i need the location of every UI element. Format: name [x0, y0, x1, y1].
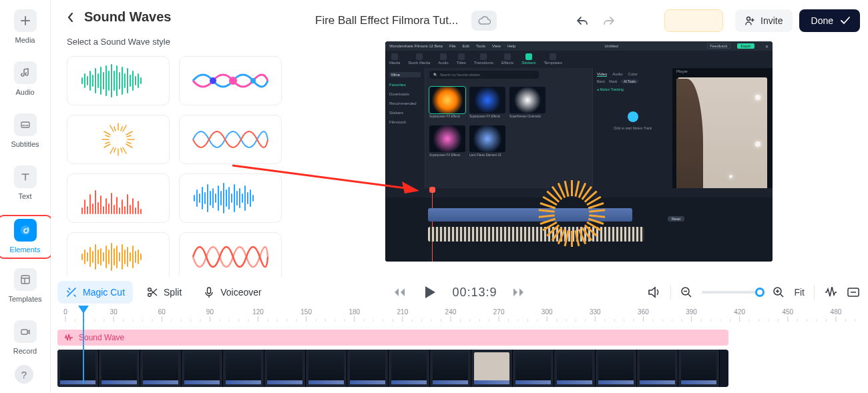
next-button[interactable]	[512, 287, 525, 298]
rail-label: Subtitles	[11, 140, 39, 148]
svg-point-5	[229, 77, 237, 85]
zoom-thumb[interactable]	[755, 288, 765, 297]
panel-icon	[847, 286, 860, 298]
svg-text:270: 270	[493, 308, 505, 316]
rail-item-audio[interactable]: Audio	[0, 61, 50, 96]
timeline-controls: Magic Cut Split Voiceover 00:13:9 Fit	[57, 279, 860, 306]
back-icon[interactable]	[67, 12, 75, 23]
wave-style-5[interactable]	[67, 173, 170, 223]
wave-style-7[interactable]	[67, 232, 170, 277]
wave-style-1[interactable]	[67, 56, 170, 105]
mic-icon	[203, 286, 215, 298]
track-sound-wave[interactable]: Sound Wave	[57, 330, 728, 346]
svg-line-15	[104, 144, 110, 147]
upgrade-button[interactable]	[664, 9, 723, 32]
redo-icon	[602, 15, 616, 26]
svg-point-27	[747, 17, 750, 21]
preview-canvas[interactable]: Wondershare Filmora 12 Beta File Edit To…	[385, 41, 773, 262]
zoom-in-button[interactable]	[773, 286, 785, 298]
zoom-out-button[interactable]	[680, 286, 692, 298]
wave-style-grid	[67, 56, 288, 277]
wave-style-4[interactable]	[179, 115, 282, 164]
check-icon	[840, 16, 851, 25]
volume-button[interactable]	[648, 286, 661, 298]
video-clip-thumb[interactable]	[57, 350, 99, 387]
svg-rect-0	[21, 122, 29, 127]
svg-line-26	[114, 148, 116, 152]
track-video[interactable]	[57, 350, 728, 387]
svg-text:450: 450	[782, 308, 793, 316]
wave-style-8[interactable]	[179, 232, 282, 277]
done-button[interactable]: Done	[799, 9, 860, 32]
video-clip-thumb[interactable]	[637, 350, 678, 387]
track-label: Sound Wave	[79, 333, 124, 342]
video-clip-thumb[interactable]	[306, 350, 347, 387]
svg-text:60: 60	[158, 308, 166, 316]
video-clip-thumb[interactable]	[182, 350, 223, 387]
soundwave-track-icon	[64, 334, 73, 342]
timeline-playhead[interactable]	[83, 306, 84, 384]
help-button[interactable]: ?	[15, 365, 33, 384]
zoom-slider[interactable]	[702, 291, 763, 294]
cloud-sync-button[interactable]	[471, 11, 497, 31]
video-clip-thumb[interactable]	[223, 350, 264, 387]
templates-icon	[14, 268, 37, 291]
rail-item-text[interactable]: Text	[0, 165, 50, 200]
invite-icon	[744, 15, 755, 26]
video-clip-thumb[interactable]	[471, 350, 513, 387]
svg-line-9	[126, 131, 132, 135]
play-icon	[421, 284, 438, 301]
undo-button[interactable]	[572, 13, 592, 29]
rail-item-record[interactable]: Record	[0, 320, 50, 355]
magic-cut-button[interactable]: Magic Cut	[57, 281, 133, 304]
video-clip-thumb[interactable]	[140, 350, 182, 387]
left-side-rail: Media Audio Subtitles Text Elements Temp…	[0, 0, 51, 393]
timecode: 00:13:9	[453, 286, 497, 300]
invite-button[interactable]: Invite	[735, 9, 792, 32]
wave-style-6[interactable]	[179, 173, 282, 223]
rail-item-templates[interactable]: Templates	[0, 268, 50, 303]
video-clip-thumb[interactable]	[430, 350, 471, 387]
svg-text:480: 480	[831, 308, 842, 316]
video-clip-thumb[interactable]	[99, 350, 140, 387]
music-note-icon	[14, 61, 37, 84]
redo-button[interactable]	[599, 13, 619, 29]
elements-icon	[14, 219, 37, 242]
waveform-toggle[interactable]	[824, 287, 837, 298]
voiceover-button[interactable]: Voiceover	[195, 281, 269, 304]
settings-panel-button[interactable]	[847, 286, 860, 298]
svg-text:30: 30	[110, 308, 118, 316]
pv-app-name: Wondershare Filmora 12 Beta	[389, 44, 443, 48]
svg-line-18	[110, 125, 114, 131]
rail-item-elements[interactable]: Elements	[0, 218, 50, 256]
wave-style-3[interactable]	[67, 115, 170, 164]
project-title: Fire Ball Effect Filmora Tut...	[315, 14, 458, 27]
svg-line-25	[121, 148, 122, 152]
video-clip-thumb[interactable]	[554, 350, 596, 387]
play-button[interactable]	[421, 284, 438, 301]
video-clip-thumb[interactable]	[264, 350, 306, 387]
rail-item-media[interactable]: Media	[0, 9, 50, 44]
fit-button[interactable]: Fit	[794, 287, 805, 298]
video-clip-thumb[interactable]	[389, 350, 430, 387]
rail-item-subtitles[interactable]: Subtitles	[0, 113, 50, 148]
wave-style-2[interactable]	[179, 56, 282, 105]
done-label: Done	[811, 15, 833, 26]
svg-line-11	[126, 144, 132, 147]
waveform-icon	[824, 287, 837, 298]
subtitles-icon	[14, 113, 37, 136]
svg-line-24	[105, 142, 110, 143]
svg-line-20	[114, 127, 116, 131]
magic-cut-icon	[65, 286, 77, 298]
video-clip-thumb[interactable]	[347, 350, 389, 387]
panel-subtitle: Select a Sound Wave style	[67, 37, 288, 47]
timeline-ruler[interactable]: 0306090120150180210240270300330360390420…	[57, 307, 860, 322]
video-clip-thumb[interactable]	[513, 350, 554, 387]
pv-tabbar: Media Stock Media Audio Titles Transitio…	[385, 51, 773, 68]
svg-point-6	[250, 78, 256, 83]
video-clip-thumb[interactable]	[596, 350, 637, 387]
video-clip-thumb[interactable]	[678, 350, 720, 387]
rail-label: Audio	[15, 88, 34, 96]
prev-button[interactable]	[393, 287, 406, 298]
split-button[interactable]: Split	[138, 281, 190, 304]
